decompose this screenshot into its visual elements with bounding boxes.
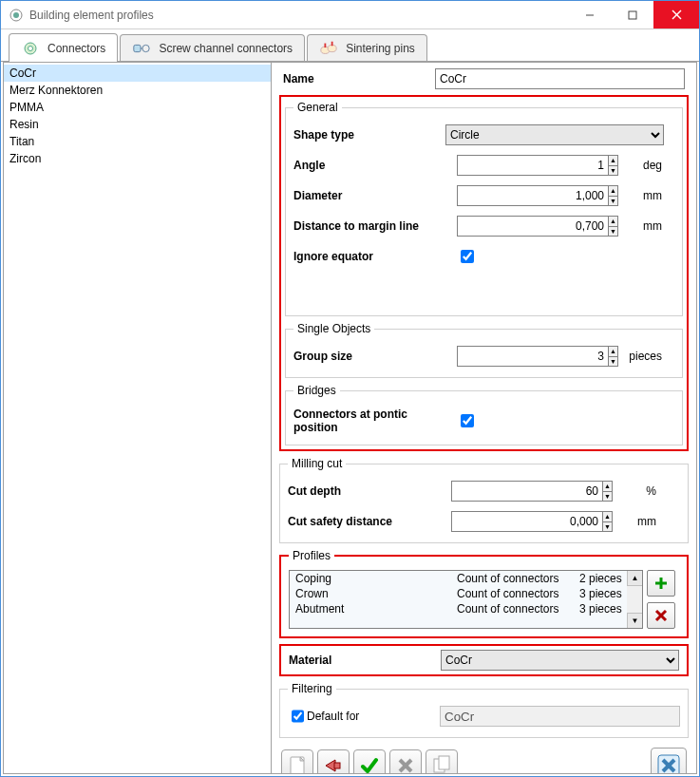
- sidebar-item[interactable]: PMMA: [4, 99, 271, 116]
- single-objects-legend: Single Objects: [293, 322, 374, 335]
- profile-name: Crown: [295, 587, 457, 600]
- diameter-input[interactable]: [457, 185, 609, 206]
- sintering-icon: [319, 41, 338, 56]
- profiles-fieldset: Profiles Coping Count of connectors 2 pi…: [279, 549, 689, 638]
- maximize-button[interactable]: [611, 1, 653, 28]
- profile-row[interactable]: Abutment Count of connectors 3 pieces: [290, 601, 642, 616]
- diameter-unit: mm: [618, 189, 664, 202]
- close-button[interactable]: [653, 1, 699, 28]
- sidebar-item[interactable]: CoCr: [4, 65, 271, 82]
- cut-safety-spinner[interactable]: ▲▼: [603, 511, 613, 532]
- svg-rect-13: [331, 41, 333, 46]
- copy-button[interactable]: [426, 749, 458, 773]
- shape-type-label: Shape type: [293, 128, 445, 142]
- profile-count-label: Count of connectors: [457, 602, 579, 616]
- shape-type-select[interactable]: Circle: [445, 124, 664, 145]
- material-select[interactable]: CoCr: [441, 650, 679, 671]
- sidebar-item-label: Merz Konnektoren: [9, 84, 103, 97]
- angle-spinner[interactable]: ▲▼: [609, 155, 618, 176]
- conn-pontic-checkbox[interactable]: [461, 414, 474, 427]
- add-profile-button[interactable]: [647, 570, 675, 597]
- tab-bar: Connectors Screw channel connectors Sint…: [1, 29, 699, 62]
- angle-unit: deg: [618, 159, 664, 172]
- cut-safety-input[interactable]: [451, 511, 603, 532]
- save-button[interactable]: [353, 749, 386, 773]
- name-row: Name: [279, 68, 689, 89]
- sidebar-item[interactable]: Titan: [4, 133, 271, 150]
- cut-depth-spinner[interactable]: ▲▼: [603, 481, 613, 502]
- svg-point-1: [13, 12, 19, 18]
- material-box: Material CoCr: [279, 644, 689, 676]
- sidebar-item[interactable]: Resin: [4, 116, 271, 133]
- milling-cut-fieldset: Milling cut Cut depth ▲▼ % Cut safety di…: [279, 457, 689, 543]
- bottom-toolbar: [279, 744, 689, 773]
- dist-margin-spinner[interactable]: ▲▼: [609, 216, 618, 237]
- tab-sintering[interactable]: Sintering pins: [307, 34, 427, 61]
- profiles-list[interactable]: Coping Count of connectors 2 pieces Crow…: [289, 570, 643, 629]
- sidebar-item-label: Titan: [9, 135, 34, 148]
- content: CoCr Merz Konnektoren PMMA Resin Titan Z…: [3, 62, 697, 774]
- delete-profile-button[interactable]: [647, 602, 675, 629]
- profile-name: Abutment: [295, 602, 457, 616]
- milling-cut-legend: Milling cut: [288, 457, 346, 470]
- profiles-legend: Profiles: [289, 549, 334, 562]
- window: Building element profiles Connectors Scr…: [0, 0, 700, 777]
- tab-screw-channel[interactable]: Screw channel connectors: [120, 34, 305, 61]
- group-size-label: Group size: [293, 350, 445, 363]
- ignore-equator-label: Ignore equator: [293, 250, 445, 263]
- sidebar-item[interactable]: Merz Konnektoren: [4, 82, 271, 99]
- sidebar-item-label: CoCr: [9, 66, 36, 80]
- dist-margin-input[interactable]: [457, 216, 609, 237]
- profile-count-label: Count of connectors: [457, 587, 579, 600]
- undo-button[interactable]: [317, 749, 350, 773]
- dist-margin-unit: mm: [618, 219, 664, 233]
- conn-pontic-label: Connectors at pontic position: [293, 407, 445, 434]
- scroll-down[interactable]: ▼: [627, 613, 642, 628]
- close-dialog-button[interactable]: [651, 748, 687, 773]
- sidebar[interactable]: CoCr Merz Konnektoren PMMA Resin Titan Z…: [4, 63, 272, 773]
- titlebar: Building element profiles: [1, 1, 699, 29]
- svg-rect-19: [334, 763, 340, 768]
- svg-point-7: [28, 46, 33, 50]
- window-buttons: [568, 1, 699, 28]
- angle-input[interactable]: [457, 155, 609, 176]
- profile-name: Coping: [295, 572, 457, 585]
- diameter-spinner[interactable]: ▲▼: [609, 185, 618, 206]
- profile-row[interactable]: Coping Count of connectors 2 pieces: [290, 571, 642, 586]
- default-for-label: Default for: [307, 710, 440, 723]
- default-for-input: [440, 706, 680, 727]
- name-input[interactable]: [435, 68, 685, 89]
- scroll-track[interactable]: [627, 586, 642, 613]
- sidebar-item-label: Zircon: [9, 152, 41, 165]
- group-size-input[interactable]: [457, 346, 609, 367]
- cut-depth-input[interactable]: [451, 481, 603, 502]
- bridges-legend: Bridges: [293, 384, 340, 397]
- svg-point-11: [328, 45, 336, 51]
- tab-sintering-label: Sintering pins: [346, 42, 415, 55]
- group-size-spinner[interactable]: ▲▼: [609, 346, 618, 367]
- screw-channel-icon: [132, 41, 151, 56]
- svg-rect-8: [134, 45, 141, 51]
- filtering-legend: Filtering: [288, 682, 336, 695]
- new-button[interactable]: [281, 749, 313, 773]
- sidebar-item-label: Resin: [9, 118, 39, 131]
- single-objects-fieldset: Single Objects Group size ▲▼ pieces: [285, 322, 683, 378]
- minimize-button[interactable]: [568, 1, 611, 28]
- cut-depth-label: Cut depth: [288, 484, 440, 498]
- cut-safety-label: Cut safety distance: [288, 515, 440, 528]
- sidebar-item-label: PMMA: [9, 101, 44, 114]
- bridges-fieldset: Bridges Connectors at pontic position: [285, 384, 683, 445]
- tab-connectors[interactable]: Connectors: [9, 33, 118, 62]
- ignore-equator-checkbox[interactable]: [461, 250, 474, 263]
- scroll-up[interactable]: ▲: [627, 571, 642, 586]
- profile-row[interactable]: Crown Count of connectors 3 pieces: [290, 586, 642, 601]
- delete-button[interactable]: [389, 749, 422, 773]
- profile-count-label: Count of connectors: [457, 572, 579, 585]
- svg-rect-3: [629, 11, 636, 19]
- general-fieldset: General Shape type Circle Angle ▲▼ deg D…: [285, 101, 683, 316]
- default-for-checkbox[interactable]: [292, 710, 304, 723]
- cut-safety-unit: mm: [613, 515, 658, 528]
- tab-connectors-label: Connectors: [47, 42, 105, 55]
- sidebar-item[interactable]: Zircon: [4, 150, 271, 167]
- angle-label: Angle: [293, 159, 445, 172]
